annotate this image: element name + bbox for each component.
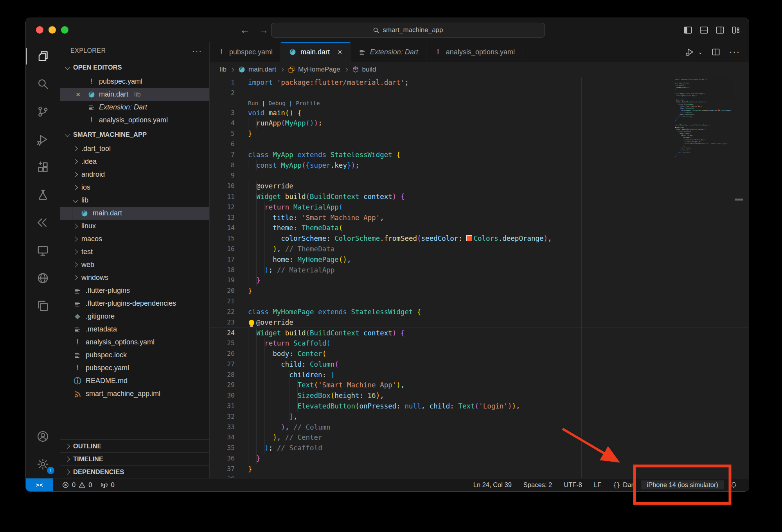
- tree-item[interactable]: windows: [60, 271, 209, 284]
- explorer-more-actions-icon[interactable]: ···: [192, 47, 202, 56]
- tree-item[interactable]: pubspec.lock: [60, 349, 209, 362]
- tree-item[interactable]: .flutter-plugins-dependencies: [60, 297, 209, 310]
- editor-actions: ⌄ ···: [685, 42, 749, 62]
- tree-item[interactable]: .idea: [60, 155, 209, 168]
- run-or-debug-icon[interactable]: [685, 47, 695, 57]
- toggle-sidebar-left-icon[interactable]: [683, 25, 693, 35]
- activity-source-control-icon[interactable]: [26, 98, 60, 125]
- section-dependencies[interactable]: DEPENDENCIES: [60, 465, 209, 478]
- problems-indicator[interactable]: 0 0: [62, 481, 92, 489]
- tree-item-label: pubspec.lock: [86, 351, 127, 359]
- tree-item[interactable]: linux: [60, 220, 209, 233]
- status-iphone-14-ios-simulator-[interactable]: iPhone 14 (ios simulator): [641, 480, 724, 489]
- activity-settings-icon[interactable]: 1: [26, 450, 60, 478]
- code-line: 25 return Scaffold(: [210, 338, 749, 349]
- command-center-search[interactable]: smart_machine_app: [271, 23, 545, 38]
- tree-item[interactable]: smart_machine_app.iml: [60, 387, 209, 400]
- codelens-profile[interactable]: Profile: [296, 100, 320, 106]
- tree-item-label: ios: [81, 183, 90, 192]
- status-ln-24-col-39[interactable]: Ln 24, Col 39: [467, 480, 518, 489]
- tab-analysis-options-yaml[interactable]: ! analysis_options.yaml: [426, 42, 523, 62]
- tab-pubspec-yaml[interactable]: ! pubspec.yaml: [210, 42, 281, 62]
- section-outline[interactable]: OUTLINE: [60, 439, 209, 452]
- toggle-sidebar-right-icon[interactable]: [715, 25, 725, 35]
- toggle-panel-icon[interactable]: [699, 25, 709, 35]
- dart-file-icon: [88, 91, 95, 99]
- tree-item[interactable]: ⓘ README.md: [60, 374, 209, 387]
- activity-remote-explorer-icon[interactable]: [26, 236, 60, 264]
- breadcrumb-item[interactable]: lib: [220, 66, 227, 73]
- status-lf[interactable]: LF: [588, 480, 607, 489]
- yaml-file-icon: !: [434, 48, 442, 56]
- open-editor-item[interactable]: ! pubspec.yaml: [60, 75, 209, 88]
- tree-item[interactable]: ios: [60, 181, 209, 194]
- status-bar: >< 0 0 0 Ln 24, Col 39 Spaces: 2 UTF-8 L…: [26, 478, 749, 491]
- line-number: 33: [210, 422, 235, 433]
- tree-item-label: .dart_tool: [81, 145, 111, 153]
- line-number: 31: [210, 401, 235, 412]
- code-editor[interactable]: 1 import 'package:flutter/material.dart'…: [210, 77, 749, 478]
- tree-item[interactable]: macos: [60, 233, 209, 245]
- activity-multi-window-icon[interactable]: [26, 292, 60, 320]
- codelens-run[interactable]: Run: [248, 100, 258, 106]
- line-number: 7: [210, 150, 235, 160]
- project-section-header[interactable]: SMART_MACHINE_APP: [60, 127, 209, 142]
- run-dropdown-chevron-icon[interactable]: ⌄: [698, 49, 703, 55]
- tree-item[interactable]: ! pubspec.yaml: [60, 362, 209, 374]
- remote-indicator[interactable]: ><: [26, 478, 53, 492]
- tree-item[interactable]: android: [60, 168, 209, 181]
- tree-item[interactable]: web: [60, 258, 209, 271]
- line-number: 16: [210, 244, 235, 254]
- tree-item[interactable]: test: [60, 245, 209, 258]
- open-editors-section-header[interactable]: OPEN EDITORS: [60, 59, 209, 75]
- maximize-window-button[interactable]: [61, 26, 68, 34]
- line-number: 2: [210, 88, 235, 99]
- activity-references-icon[interactable]: [26, 209, 60, 236]
- close-window-button[interactable]: [36, 26, 43, 34]
- activity-explorer-icon[interactable]: [26, 42, 60, 70]
- minimize-window-button[interactable]: [49, 26, 56, 34]
- tree-item[interactable]: .metadata: [60, 323, 209, 336]
- codelens-debug[interactable]: Debug: [268, 100, 286, 106]
- close-icon[interactable]: ×: [338, 48, 342, 57]
- customize-layout-icon[interactable]: [731, 25, 741, 35]
- split-editor-icon[interactable]: [711, 47, 721, 57]
- activity-testing-icon[interactable]: [26, 181, 60, 209]
- tree-item[interactable]: .dart_tool: [60, 142, 209, 155]
- history-back-icon[interactable]: ←: [240, 25, 250, 36]
- activity-extensions-icon[interactable]: [26, 153, 60, 181]
- status-utf-8[interactable]: UTF-8: [558, 480, 588, 489]
- more-actions-icon[interactable]: ···: [729, 47, 740, 57]
- breadcrumb-item[interactable]: build: [352, 66, 376, 73]
- breadcrumb-item[interactable]: MyHomePage: [288, 66, 340, 73]
- tab-main-dart[interactable]: main.dart ×: [281, 42, 351, 62]
- close-icon[interactable]: ×: [76, 90, 80, 99]
- open-editor-item[interactable]: × main.dart lib: [60, 88, 209, 101]
- open-editor-item[interactable]: ! analysis_options.yaml: [60, 114, 209, 127]
- chevron-right-icon: [73, 224, 78, 229]
- language-mode[interactable]: {} Dart: [607, 480, 641, 489]
- codelens-profile: Profile: [684, 83, 689, 84]
- minimap[interactable]: 1 import 'package:flutter/material.dart'…: [672, 78, 731, 242]
- ports-indicator[interactable]: 0: [101, 481, 114, 489]
- status-spaces-2[interactable]: Spaces: 2: [518, 480, 558, 489]
- tree-item[interactable]: main.dart: [60, 207, 209, 220]
- notifications-bell[interactable]: [724, 480, 743, 489]
- tree-item[interactable]: .flutter-plugins: [60, 284, 209, 297]
- tree-item[interactable]: .gitignore: [60, 310, 209, 323]
- tree-item[interactable]: lib: [60, 194, 209, 207]
- activity-run-and-debug-icon[interactable]: [26, 125, 60, 153]
- code-line: 17 home: MyHomePage(),: [210, 254, 749, 265]
- open-editor-item[interactable]: Extension: Dart: [60, 101, 209, 114]
- breadcrumb-item[interactable]: main.dart: [238, 66, 276, 73]
- tab-extension-dart[interactable]: Extension: Dart: [351, 42, 426, 62]
- tree-item[interactable]: ! analysis_options.yaml: [60, 336, 209, 349]
- line-number: 34: [210, 432, 235, 443]
- history-forward-icon[interactable]: →: [259, 25, 268, 36]
- lightbulb-icon[interactable]: [249, 320, 254, 325]
- activity-search-icon[interactable]: [26, 70, 60, 98]
- section-timeline[interactable]: TIMELINE: [60, 452, 209, 465]
- activity-accounts-icon[interactable]: [26, 423, 60, 450]
- activity-live-preview-icon[interactable]: [26, 264, 60, 292]
- traffic-lights: [36, 26, 68, 34]
